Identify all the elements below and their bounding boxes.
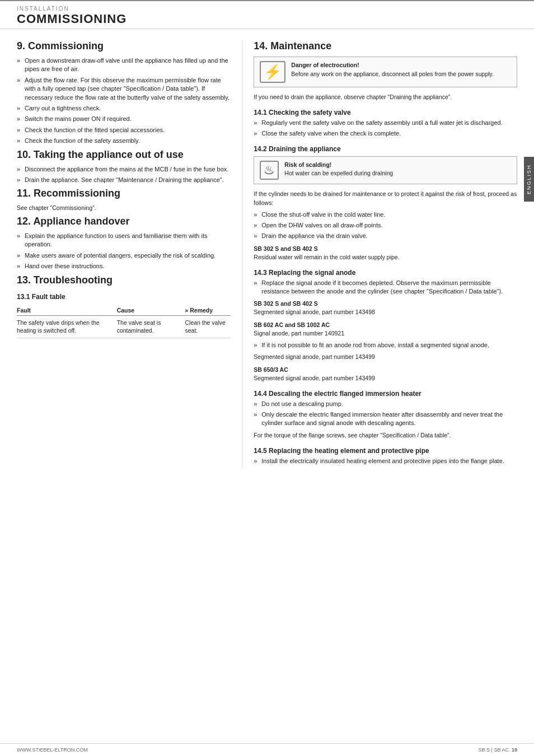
section-13: 13. Troubleshooting 13.1 Fault table Fau… [17,274,231,338]
list-item: Adjust the flow rate. For this observe t… [17,76,231,102]
sb602-label: SB 602 AC and SB 1002 AC [254,321,517,328]
section-11-text: See chapter "Commissioning". [17,204,231,213]
section-10: 10. Taking the appliance out of use Disc… [17,149,231,185]
section-14-1: 14.1 Checking the safety valve Regularly… [254,109,517,138]
list-item: If it is not possible to fit an anode ro… [254,341,517,349]
section-14-3-list2: If it is not possible to fit an anode ro… [254,341,517,349]
section-14-intro: If you need to drain the appliance, obse… [254,93,517,102]
section-13-1-heading: 13.1 Fault table [17,293,231,301]
section-14-2: 14.2 Draining the appliance ♨ Risk of sc… [254,145,517,262]
section-14-1-heading: 14.1 Checking the safety valve [254,109,517,116]
section-14-4-note: For the torque of the flange screws, see… [254,431,517,440]
remedy-cell: Clean the valve seat. [185,315,231,338]
section-13-heading: 13. Troubleshooting [17,274,231,286]
electrocution-icon: ⚡ [260,61,285,83]
right-column: 14. Maintenance ⚡ Danger of electrocutio… [242,40,517,469]
section-14: 14. Maintenance ⚡ Danger of electrocutio… [254,40,517,465]
list-item: Regularly vent the safety valve on the s… [254,119,517,127]
fault-table-header-cause: Cause [117,305,185,316]
scalding-warning-body: Hot water can be expelled during drainin… [284,170,393,176]
scalding-warning-box: ♨ Risk of scalding! Hot water can be exp… [254,156,517,184]
section-11-number: 11. [17,188,31,199]
sb302-text: Segmented signal anode, part number 1434… [254,308,517,317]
header-title: COMMISSIONING [17,12,517,26]
list-item: Explain the appliance function to users … [17,232,231,249]
section-14-5-heading: 14.5 Replacing the heating element and p… [254,447,517,455]
footer-website: WWW.STIEBEL-ELTRON.COM [17,747,88,753]
header: INSTALLATION COMMISSIONING [0,0,534,29]
fault-table-header-remedy: » Remedy [185,305,231,316]
section-10-heading: 10. Taking the appliance out of use [17,149,231,161]
list-item: Replace the signal anode if it becomes d… [254,279,517,296]
table-row: The safety valve drips when the heating … [17,315,231,338]
section-11: 11. Recommissioning See chapter "Commiss… [17,188,231,213]
list-item: Install the electrically insulated heati… [254,457,517,465]
fault-table-header-fault: Fault [17,305,117,316]
footer-product: SB S | SB AC [479,747,509,753]
section-14-5: 14.5 Replacing the heating element and p… [254,447,517,465]
section-14-1-list: Regularly vent the safety valve on the s… [254,119,517,138]
list-item: Check the function of the fitted special… [17,126,231,134]
footer-product-page: SB S | SB AC 19 [479,747,517,753]
section-10-title: Taking the appliance out of use [34,149,184,160]
section-9-list: Open a downstream draw-off valve until t… [17,57,231,146]
section-14-2-heading: 14.2 Draining the appliance [254,145,517,153]
list-item: Carry out a tightness check. [17,104,231,113]
list-item: Drain the appliance. See chapter "Mainte… [17,176,231,184]
left-column: 9. Commissioning Open a downstream draw-… [17,40,242,469]
section-14-4-heading: 14.4 Descaling the electric flanged imme… [254,390,517,398]
section-12-title: Appliance handover [33,216,129,227]
scalding-warning-text: Risk of scalding! Hot water can be expel… [284,161,393,179]
section-14-3: 14.3 Replacing the signal anode Replace … [254,269,517,383]
fault-table: Fault Cause » Remedy The safety valve dr… [17,305,231,338]
sb-302-label-142: SB 302 S and SB 402 S [254,245,517,252]
section-14-heading: 14. Maintenance [254,40,517,52]
section-11-heading: 11. Recommissioning [17,188,231,199]
page-container: INSTALLATION COMMISSIONING ENGLISH 9. Co… [0,0,534,756]
list-item: Close the shut-off valve in the cold wat… [254,211,517,219]
danger-warning-box: ⚡ Danger of electrocution! Before any wo… [254,57,517,87]
list-item: Open a downstream draw-off valve until t… [17,57,231,74]
section-12-number: 12. [17,216,31,227]
list-item: Only descale the electric flanged immers… [254,410,517,428]
list-item: Close the safety valve when the check is… [254,129,517,138]
section-10-list: Disconnect the appliance from the mains … [17,165,231,185]
footer-page: 19 [512,747,517,753]
section-12-list: Explain the appliance function to users … [17,232,231,271]
list-item: Do not use a descaling pump. [254,400,517,408]
section-10-number: 10. [17,149,31,160]
section-14-3-heading: 14.3 Replacing the signal anode [254,269,517,277]
section-12: 12. Appliance handover Explain the appli… [17,216,231,271]
list-item: Hand over these instructions. [17,262,231,270]
section-11-title: Recommissioning [34,188,120,199]
footer: WWW.STIEBEL-ELTRON.COM SB S | SB AC 19 [0,743,534,756]
danger-warning-text: Danger of electrocution! Before any work… [291,61,494,79]
section-14-2-intro: If the cylinder needs to be drained for … [254,190,517,208]
section-12-heading: 12. Appliance handover [17,216,231,227]
sb602-text: Signal anode, part number 140921 [254,329,517,338]
section-13-number: 13. [17,274,31,286]
section-9-number: 9. [17,40,25,52]
section-9-title: Commissioning [28,40,104,52]
scalding-icon: ♨ [260,161,279,180]
sb650-label: SB 650/3 AC [254,366,517,373]
list-item: Drain the appliance via the drain valve. [254,232,517,240]
sb-302-note-142: Residual water will remain in the cold w… [254,253,517,262]
section-13-title: Troubleshooting [34,274,113,286]
cause-cell: The valve seat is contaminated. [117,315,185,338]
list-item: Switch the mains power ON if required. [17,115,231,123]
list-item: Open the DHW valves on all draw-off poin… [254,221,517,230]
list-item: Check the function of the safety assembl… [17,137,231,145]
danger-warning-body: Before any work on the appliance, discon… [291,71,494,77]
section-14-number: 14. [254,40,268,52]
section-14-3-list: Replace the signal anode if it becomes d… [254,279,517,296]
section-14-4-list: Do not use a descaling pump. Only descal… [254,400,517,428]
section-9: 9. Commissioning Open a downstream draw-… [17,40,231,146]
sb302-label: SB 302 S and SB 402 S [254,300,517,307]
scalding-warning-bold: Risk of scalding! [284,161,393,170]
section-9-heading: 9. Commissioning [17,40,231,52]
section-14-5-list: Install the electrically insulated heati… [254,457,517,465]
side-tab: ENGLISH [524,157,534,202]
fault-cell: The safety valve drips when the heating … [17,315,117,338]
header-subtitle: INSTALLATION [17,6,517,12]
